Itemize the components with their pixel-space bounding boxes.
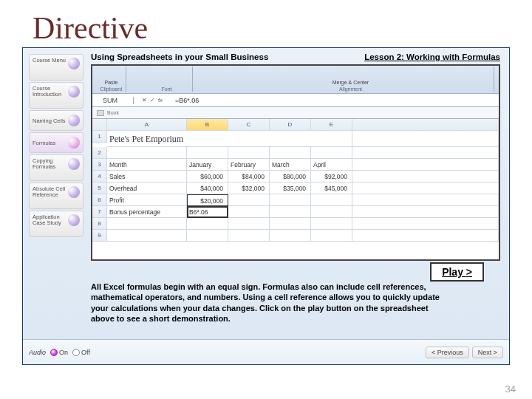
ribbon-font: Font (141, 66, 193, 92)
select-all-corner[interactable] (92, 119, 107, 131)
row-7[interactable]: 7 (92, 206, 107, 218)
menu-copying-formulas[interactable]: Copying Formulas (29, 154, 83, 181)
lesson-frame: Course Menu Course Introduction Naming C… (22, 47, 510, 365)
audio-off-radio[interactable] (72, 349, 80, 356)
row-8[interactable]: 8 (92, 218, 107, 230)
footer-bar: Audio On Off < Previous Next > (23, 339, 509, 364)
cell-a5[interactable]: Overhead (107, 183, 187, 194)
cell-a6[interactable]: Profit (107, 194, 187, 206)
col-a[interactable]: A (107, 119, 187, 131)
cell-d5[interactable]: $35,000 (270, 183, 311, 194)
row-6[interactable]: 6 (92, 194, 107, 206)
menu-application-case-study[interactable]: Application Case Study (29, 211, 83, 237)
col-rest[interactable] (352, 119, 499, 131)
ribbon-clipboard: PasteClipboard (97, 66, 126, 92)
cell-a7[interactable]: Bonus percentage (107, 206, 187, 218)
cell-e3[interactable]: April (311, 159, 352, 171)
row-4[interactable]: 4 (92, 171, 107, 183)
orb-icon (68, 86, 80, 98)
course-title: Using Spreadsheets in your Small Busines… (91, 52, 268, 61)
workbook-row: Book (92, 107, 499, 119)
cell-e4[interactable]: $92,000 (311, 171, 352, 183)
cell-b7-selected[interactable]: B6*.06 (187, 206, 228, 218)
workbook-icon (97, 110, 104, 116)
worksheet-grid[interactable]: A B C D E 1 Pete's Pet Emporium 2 3 Mont… (92, 119, 499, 242)
cell-a1[interactable]: Pete's Pet Emporium (107, 131, 352, 147)
cell-a3[interactable]: Month (107, 159, 187, 171)
row-9[interactable]: 9 (92, 230, 107, 242)
course-menu-sidebar: Course Menu Course Introduction Naming C… (29, 54, 83, 237)
cell-rest-1[interactable] (352, 131, 499, 147)
cell-d3[interactable]: March (270, 159, 311, 171)
col-d[interactable]: D (270, 119, 311, 131)
menu-naming-cells[interactable]: Naming Cells (29, 110, 83, 131)
col-b[interactable]: B (187, 119, 228, 131)
lesson-body-text: All Excel formulas begin with an equal s… (91, 282, 500, 324)
ribbon: PasteClipboard Font Merge & CenterAlignm… (92, 66, 499, 94)
play-button[interactable]: Play > (430, 262, 484, 282)
formula-value[interactable]: =B6*.06 (171, 97, 199, 104)
orb-icon (68, 58, 80, 69)
previous-button[interactable]: < Previous (426, 347, 469, 358)
audio-on-radio[interactable] (50, 349, 58, 356)
name-box[interactable]: SUM (92, 97, 134, 104)
menu-course-introduction[interactable]: Course Introduction (29, 82, 83, 109)
slide-title: Directive (0, 0, 532, 47)
cell-b6[interactable]: $20,000 (187, 194, 228, 206)
formula-bar: SUM ✕ ✓ fx =B6*.06 (92, 94, 499, 107)
audio-label: Audio (29, 349, 46, 356)
ribbon-alignment: Merge & CenterAlignment (208, 66, 494, 92)
col-c[interactable]: C (228, 119, 270, 131)
orb-icon (68, 137, 80, 149)
content-area: Using Spreadsheets in your Small Busines… (91, 52, 500, 338)
cell-b5[interactable]: $40,000 (187, 183, 228, 194)
content-header: Using Spreadsheets in your Small Busines… (91, 52, 500, 61)
cancel-icon[interactable]: ✕ (142, 97, 147, 103)
orb-icon (68, 186, 80, 198)
fx-icon[interactable]: fx (158, 97, 163, 103)
enter-icon[interactable]: ✓ (150, 97, 155, 103)
menu-course-menu[interactable]: Course Menu (29, 54, 83, 81)
orb-icon (68, 158, 80, 170)
cell-c4[interactable]: $84,000 (228, 171, 270, 183)
menu-formulas[interactable]: Formulas (29, 132, 83, 153)
orb-icon (68, 214, 80, 226)
cell-b3[interactable]: January (187, 159, 228, 171)
cell-e5[interactable]: $45,000 (311, 183, 352, 194)
col-e[interactable]: E (311, 119, 352, 131)
lesson-title: Lesson 2: Working with Formulas (364, 52, 500, 61)
cell-a4[interactable]: Sales (107, 171, 187, 183)
cell-c5[interactable]: $32,000 (228, 183, 270, 194)
spreadsheet-preview: PasteClipboard Font Merge & CenterAlignm… (91, 64, 500, 261)
row-3[interactable]: 3 (92, 159, 107, 171)
menu-absolute-cell-reference[interactable]: Absolute Cell Reference (29, 183, 83, 209)
fx-icons: ✕ ✓ fx (134, 97, 171, 103)
row-2[interactable]: 2 (92, 147, 107, 159)
row-1[interactable]: 1 (92, 131, 107, 143)
slide-number: 34 (505, 383, 516, 395)
orb-icon (68, 115, 80, 126)
cell-d4[interactable]: $80,000 (270, 171, 311, 183)
next-button[interactable]: Next > (472, 347, 503, 358)
row-5[interactable]: 5 (92, 183, 107, 194)
cell-b4[interactable]: $60,000 (187, 171, 228, 183)
cell-c3[interactable]: February (228, 159, 270, 171)
